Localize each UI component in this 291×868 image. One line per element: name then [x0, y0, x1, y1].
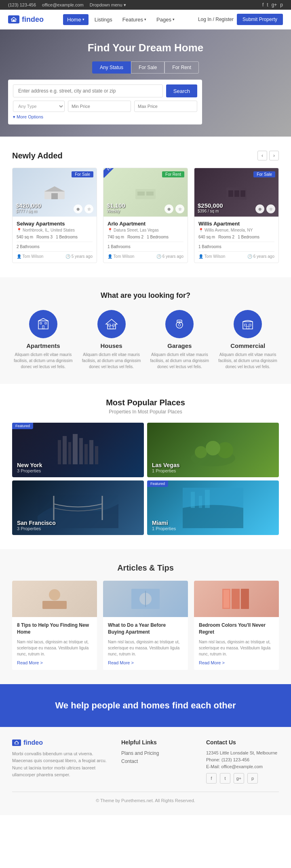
- category-name: Apartments: [26, 342, 60, 349]
- nav-pages[interactable]: Pages ▾: [152, 14, 179, 25]
- location-icon: 📍: [108, 228, 112, 232]
- read-more-link[interactable]: Read More >: [108, 660, 183, 665]
- article-image: [12, 581, 97, 617]
- category-desc: Aliquam dictum elit vitae mauris facilis…: [149, 352, 211, 370]
- rooms-spec: Rooms 3: [36, 235, 53, 239]
- sqm-spec: 640 sq m: [198, 235, 215, 239]
- newly-added-section: Newly Added ‹ › For Sale $420,000 $777: [0, 137, 291, 277]
- login-button[interactable]: Log In / Register: [198, 17, 234, 22]
- footer-social: f t g+ p: [206, 773, 279, 784]
- search-input[interactable]: [13, 84, 163, 97]
- svg-rect-13: [45, 322, 46, 324]
- top-bar: (123) 123-456 office@example.com Dropdow…: [0, 0, 291, 10]
- search-button[interactable]: Search: [166, 84, 197, 97]
- compare-icon[interactable]: ⊕: [255, 204, 264, 213]
- article-desc: Nam nisl lacus, dignissim ac tristique u…: [108, 639, 183, 657]
- svg-rect-27: [249, 324, 251, 326]
- status-any[interactable]: Any Status: [92, 61, 131, 74]
- read-more-link[interactable]: Read More >: [199, 660, 274, 665]
- card-title: Selway Apartments: [17, 221, 93, 227]
- svg-rect-32: [73, 434, 78, 464]
- svg-rect-56: [224, 590, 229, 608]
- rent-badge: For Rent: [162, 171, 184, 177]
- footer-google-plus-icon[interactable]: g+: [234, 773, 244, 784]
- max-price-input[interactable]: [134, 101, 197, 112]
- type-select[interactable]: Any Type: [13, 101, 65, 112]
- footer-contact-title: Contact Us: [206, 739, 279, 746]
- place-san-francisco[interactable]: San Francisco 3 Properties: [12, 480, 144, 535]
- footer-facebook-icon[interactable]: f: [206, 773, 217, 784]
- popular-places-section: Most Popular Places Properties In Most P…: [0, 384, 291, 549]
- places-grid: Featured New York 3 Properties Las Vegas…: [12, 423, 279, 535]
- email[interactable]: office@example.com: [42, 2, 84, 8]
- nav-features[interactable]: Features ▾: [118, 14, 150, 25]
- sale-badge: For Sale: [253, 171, 275, 177]
- header: findeo Home ▾ Listings Features ▾ Pages …: [0, 10, 291, 29]
- favorite-icon[interactable]: ☆: [84, 204, 93, 213]
- place-name: San Francisco: [17, 520, 56, 526]
- footer-logo: findeo: [12, 739, 109, 746]
- svg-rect-29: [58, 440, 61, 464]
- bathrooms-spec: 1 Bathrooms: [108, 244, 131, 249]
- status-sale[interactable]: For Sale: [131, 61, 164, 74]
- card-actions: ⊕ ☆: [255, 204, 275, 213]
- favorite-icon[interactable]: ☆: [266, 204, 275, 213]
- status-rent[interactable]: For Rent: [164, 61, 199, 74]
- footer-link-plans[interactable]: Plans and Pricing: [121, 750, 194, 756]
- svg-rect-8: [228, 190, 233, 197]
- more-options-link[interactable]: ▾ More Options: [13, 114, 197, 120]
- nav-home[interactable]: Home ▾: [63, 14, 89, 25]
- sqm-spec: 740 sq m: [108, 235, 124, 239]
- google-plus-icon[interactable]: g+: [272, 2, 277, 8]
- place-las-vegas[interactable]: Las Vegas 1 Properties: [147, 423, 279, 477]
- submit-property-button[interactable]: Submit Property: [237, 14, 283, 25]
- favorite-icon[interactable]: ☆: [175, 204, 184, 213]
- facebook-icon[interactable]: f: [262, 2, 264, 8]
- category-apartments[interactable]: Apartments Aliquam dictum elit vitae mau…: [12, 310, 74, 370]
- svg-rect-54: [232, 589, 240, 609]
- prev-arrow[interactable]: ‹: [257, 151, 267, 160]
- price-sqm: Weekly: [107, 209, 125, 213]
- bedrooms-spec: 1 Bedrooms: [56, 235, 78, 239]
- article-body: What to Do a Year Before Buying Apartmen…: [103, 617, 188, 670]
- svg-rect-0: [13, 20, 15, 21]
- svg-line-16: [43, 318, 48, 321]
- svg-point-22: [178, 324, 181, 326]
- svg-rect-26: [245, 324, 247, 326]
- bathrooms-spec: 2 Bathrooms: [17, 244, 40, 249]
- read-more-link[interactable]: Read More >: [17, 660, 92, 665]
- card-body: Willis Apartment 📍 Willis Avenue, Mineol…: [194, 217, 278, 263]
- place-name: Las Vegas: [152, 462, 180, 468]
- place-miami[interactable]: Featured Miami 1 Properties: [147, 480, 279, 535]
- places-header: Most Popular Places Properties In Most P…: [12, 398, 279, 415]
- nav-listings[interactable]: Listings: [91, 14, 116, 25]
- next-arrow[interactable]: ›: [269, 151, 279, 160]
- cta-banner: We help people and homes find each other: [0, 684, 291, 727]
- svg-rect-46: [205, 490, 210, 508]
- category-desc: Aliquam dictum elit vitae mauris facilis…: [12, 352, 74, 370]
- dropdown-menu[interactable]: Dropdown menu ▾: [90, 2, 126, 8]
- compare-icon[interactable]: ⊕: [74, 204, 82, 213]
- min-price-input[interactable]: [68, 101, 131, 112]
- compare-icon[interactable]: ⊕: [164, 204, 173, 213]
- svg-marker-2: [44, 186, 65, 192]
- card-specs-2: 1 Bathrooms: [198, 244, 274, 252]
- footer-link-contact[interactable]: Contact: [121, 758, 194, 764]
- logo[interactable]: findeo: [8, 15, 44, 24]
- svg-rect-10: [240, 190, 245, 197]
- article-image: [103, 581, 188, 617]
- place-label: New York 3 Properties: [17, 462, 42, 473]
- pinterest-icon[interactable]: p: [280, 2, 283, 8]
- category-commercial[interactable]: Commercial Aliquam dictum elit vitae mau…: [217, 310, 279, 370]
- svg-rect-6: [146, 192, 154, 196]
- footer-address: 12345 Little Lonsdale St, Melbourne: [206, 750, 279, 755]
- footer-pinterest-icon[interactable]: p: [247, 773, 258, 784]
- category-garages[interactable]: Garages Aliquam dictum elit vitae mauris…: [149, 310, 211, 370]
- category-houses[interactable]: Houses Aliquam dictum elit vitae mauris …: [80, 310, 143, 370]
- twitter-icon[interactable]: t: [267, 2, 268, 8]
- footer-twitter-icon[interactable]: t: [220, 773, 230, 784]
- footer-email[interactable]: E-Mail: office@example.com: [206, 764, 279, 769]
- place-new-york[interactable]: Featured New York 3 Properties: [12, 423, 144, 477]
- card-specs: 740 sq m Rooms 2 1 Bedrooms: [108, 235, 183, 242]
- article-image: [194, 581, 279, 617]
